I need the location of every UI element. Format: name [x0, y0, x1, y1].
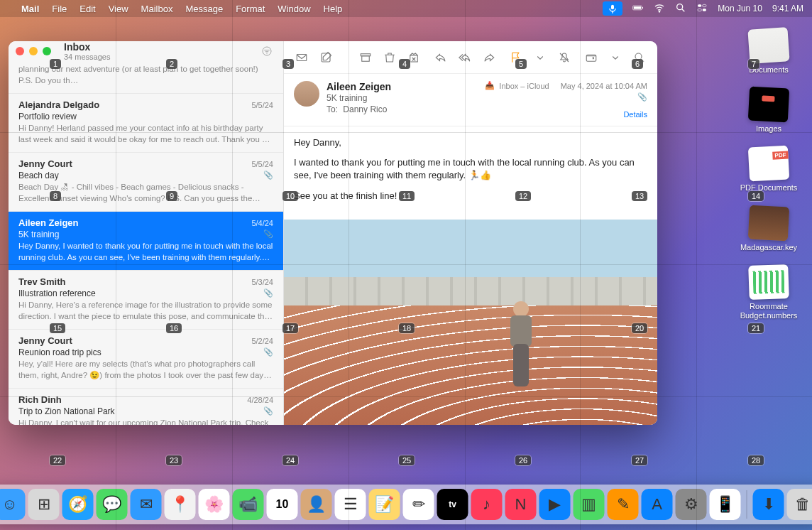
dock-finder-icon[interactable]: ☺ [0, 489, 26, 520]
svg-rect-8 [698, 4, 701, 6]
message-preview: Hey Danny, I wanted to thank you for put… [18, 241, 273, 263]
dock-keynote-icon[interactable]: ▶ [539, 489, 571, 520]
svg-rect-16 [297, 54, 307, 60]
spotlight-icon[interactable] [675, 2, 686, 16]
dock-photos-icon[interactable]: 🌸 [199, 489, 230, 520]
dock-trash-icon[interactable]: 🗑 [787, 489, 813, 520]
desktop-item[interactable]: PDF Documents [737, 146, 801, 193]
svg-line-26 [641, 59, 644, 62]
minimize-button[interactable] [29, 47, 38, 55]
key-icon [748, 205, 789, 241]
message-row[interactable]: Jenny Court 5/5/24 Beach day 📎 Beach Day… [9, 153, 283, 212]
window-header: Inbox 34 messages [9, 41, 283, 61]
dock-news-icon[interactable]: N [505, 489, 537, 520]
menu-help[interactable]: Help [324, 4, 343, 14]
embedded-image[interactable] [284, 220, 657, 425]
dock-maps-icon[interactable]: 📍 [165, 489, 196, 520]
dock-tv-icon[interactable]: tv [437, 489, 468, 520]
dock-launchpad-icon[interactable]: ⊞ [28, 489, 60, 520]
desktop-item[interactable]: Madagascar.key [737, 206, 801, 252]
dock-music-icon[interactable]: ♪ [471, 489, 503, 520]
mailbox-count: 34 messages [64, 53, 110, 61]
menu-mailbox[interactable]: Mailbox [141, 4, 173, 14]
message-preview: Beach Day 🏖 - Chill vibes - Beach games … [18, 182, 273, 204]
sender-avatar[interactable] [294, 81, 319, 107]
dock-contacts-icon[interactable]: 👤 [301, 489, 332, 520]
menubar-date[interactable]: Mon Jun 10 [718, 4, 762, 13]
message-date: 5/3/24 [251, 278, 273, 286]
dock-facetime-icon[interactable]: 📹 [233, 489, 264, 520]
menu-file[interactable]: File [52, 4, 67, 14]
zoom-button[interactable] [43, 47, 51, 55]
message-subject: Portfolio review [18, 112, 77, 121]
menu-window[interactable]: Window [278, 4, 310, 14]
mute-icon[interactable] [556, 50, 572, 65]
dock-pages-icon[interactable]: ✎ [608, 489, 639, 520]
desktop-item-label: Roommate Budget.numbers [737, 302, 801, 320]
dock-notes-icon[interactable]: 📝 [369, 489, 400, 520]
junk-icon[interactable] [406, 50, 422, 65]
dock-safari-icon[interactable]: 🧭 [62, 489, 94, 520]
grid-marker: 23 [166, 455, 182, 465]
message-row[interactable]: planning our next adventure (or at least… [9, 61, 283, 94]
desktop-item[interactable]: Roommate Budget.numbers [737, 265, 801, 320]
move-dropdown-icon[interactable] [608, 50, 623, 65]
close-button[interactable] [16, 47, 24, 55]
dock-numbers-icon[interactable]: ▥ [574, 489, 605, 520]
trash-icon[interactable] [382, 50, 397, 65]
menu-edit[interactable]: Edit [79, 4, 95, 14]
details-link[interactable]: Details [485, 110, 647, 119]
compose-icon[interactable] [294, 50, 309, 65]
search-icon[interactable] [632, 50, 647, 65]
message-row[interactable]: Trev Smith 5/3/24 Illustration reference… [9, 271, 283, 330]
grid-marker: 27 [632, 455, 647, 465]
mic-indicator-icon[interactable] [603, 1, 622, 16]
svg-point-25 [635, 53, 642, 60]
flag-icon[interactable] [508, 50, 524, 65]
dock-appstore-icon[interactable]: A [642, 489, 673, 520]
attachment-icon: 📎 [263, 171, 273, 180]
message-row[interactable]: Rich Dinh 4/28/24 Trip to Zion National … [9, 389, 283, 425]
images-icon [748, 87, 789, 123]
reply-all-icon[interactable] [457, 50, 473, 65]
menubar-time[interactable]: 9:41 AM [772, 4, 803, 13]
dock-iphone-icon[interactable]: 📱 [710, 489, 741, 520]
flag-dropdown-icon[interactable] [532, 50, 548, 65]
battery-icon[interactable] [632, 2, 644, 16]
dock-downloads-icon[interactable]: ⬇ [753, 489, 784, 520]
wifi-icon[interactable] [654, 2, 665, 16]
menu-message[interactable]: Message [185, 4, 223, 14]
filter-icon[interactable] [258, 43, 276, 59]
menu-view[interactable]: View [109, 4, 128, 14]
control-center-icon[interactable] [696, 2, 708, 16]
pdf-icon [748, 146, 789, 182]
svg-point-5 [659, 11, 660, 11]
dock-calendar-icon[interactable]: 10 [267, 489, 298, 520]
numbers-icon [748, 264, 789, 300]
forward-icon[interactable] [481, 50, 497, 65]
move-icon[interactable] [583, 50, 599, 65]
archive-icon[interactable] [358, 50, 373, 65]
dock-mail-icon[interactable]: ✉ [131, 489, 162, 520]
message-from: Jenny Court [18, 335, 72, 346]
new-message-icon[interactable] [318, 50, 334, 65]
reply-icon[interactable] [433, 50, 449, 65]
header-from: Aileen Zeigen [327, 81, 478, 92]
message-row[interactable]: Alejandra Delgado 5/5/24 Portfolio revie… [9, 94, 283, 153]
message-from: Jenny Court [18, 158, 72, 169]
message-row[interactable]: Aileen Zeigen 5/4/24 5K training 📎 Hey D… [9, 212, 283, 271]
message-row[interactable]: Jenny Court 5/2/24 Reunion road trip pic… [9, 330, 283, 389]
dock-messages-icon[interactable]: 💬 [97, 489, 128, 520]
desktop-item[interactable]: Documents [737, 28, 801, 75]
dock-reminders-icon[interactable]: ☰ [335, 489, 366, 520]
desktop-item[interactable]: Images [737, 87, 801, 134]
message-preview: Hi Danny, I can't wait for our upcoming … [18, 418, 273, 425]
svg-rect-9 [703, 4, 706, 6]
app-menu[interactable]: Mail [21, 4, 39, 14]
message-subject: Illustration reference [18, 288, 96, 298]
menu-format[interactable]: Format [236, 4, 265, 14]
message-from: Trev Smith [18, 276, 65, 287]
dock-settings-icon[interactable]: ⚙ [676, 489, 707, 520]
viewer-toolbar [284, 41, 657, 74]
dock-freeform-icon[interactable]: ✏ [403, 489, 434, 520]
